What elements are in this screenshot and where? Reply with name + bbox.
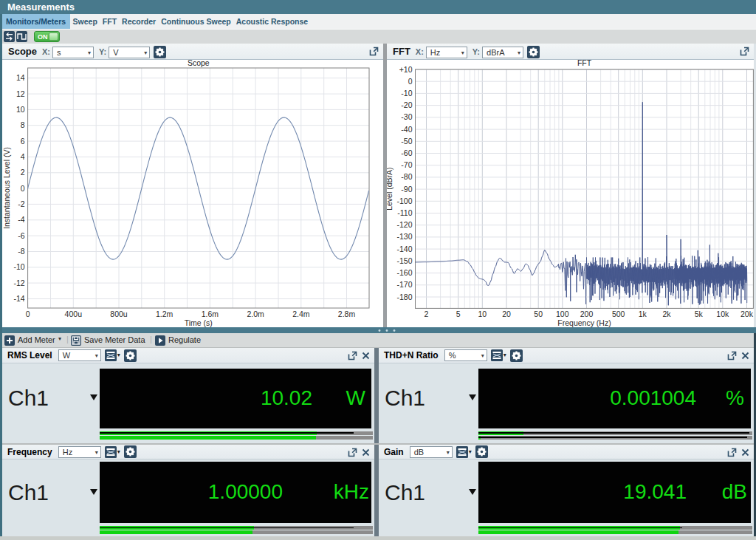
svg-text:-150: -150	[396, 256, 412, 265]
svg-text:Level (dBrA): Level (dBrA)	[387, 168, 394, 211]
svg-text:-170: -170	[396, 280, 412, 289]
svg-text:14: 14	[16, 73, 25, 82]
svg-text:2.0m: 2.0m	[247, 310, 264, 318]
svg-text:1.2m: 1.2m	[156, 310, 173, 318]
svg-text:1k: 1k	[639, 310, 647, 318]
svg-text:-60: -60	[401, 148, 412, 157]
svg-text:-10: -10	[13, 262, 24, 271]
svg-text:800u: 800u	[110, 310, 128, 318]
svg-text:10: 10	[478, 310, 487, 318]
svg-text:500: 500	[612, 310, 625, 318]
svg-text:2.4m: 2.4m	[292, 310, 310, 318]
svg-text:100: 100	[556, 310, 569, 318]
svg-text:FFT: FFT	[577, 60, 592, 67]
svg-text:10: 10	[16, 105, 25, 114]
svg-text:-110: -110	[397, 208, 412, 217]
svg-text:0: 0	[408, 77, 413, 86]
svg-text:-6: -6	[18, 231, 24, 240]
svg-text:400u: 400u	[65, 310, 83, 318]
svg-text:Frequency (Hz): Frequency (Hz)	[557, 318, 611, 327]
svg-text:-8: -8	[18, 247, 24, 256]
svg-text:8: 8	[21, 120, 25, 129]
svg-text:10k: 10k	[716, 310, 729, 318]
svg-text:-90: -90	[401, 185, 412, 194]
svg-text:-30: -30	[401, 112, 412, 121]
svg-text:0: 0	[21, 184, 25, 193]
svg-text:50: 50	[534, 310, 543, 318]
svg-text:2.8m: 2.8m	[338, 310, 356, 318]
svg-text:-180: -180	[396, 293, 412, 301]
svg-text:5k: 5k	[695, 310, 704, 318]
svg-text:Scope: Scope	[188, 60, 210, 67]
svg-text:-160: -160	[396, 268, 412, 277]
svg-text:5: 5	[456, 310, 461, 318]
svg-text:-120: -120	[396, 220, 412, 229]
svg-text:2: 2	[21, 168, 25, 177]
svg-text:-50: -50	[401, 137, 412, 146]
svg-text:4: 4	[21, 152, 25, 161]
svg-text:-70: -70	[401, 160, 412, 169]
svg-text:-140: -140	[396, 245, 412, 253]
svg-text:12: 12	[16, 89, 25, 98]
svg-text:-12: -12	[13, 278, 24, 287]
svg-text:6: 6	[21, 137, 25, 146]
svg-text:2k: 2k	[662, 310, 671, 318]
svg-text:0: 0	[26, 310, 30, 318]
svg-text:-130: -130	[396, 232, 412, 241]
svg-text:-100: -100	[396, 196, 412, 205]
svg-text:1.6m: 1.6m	[202, 310, 219, 318]
svg-text:Time (s): Time (s)	[185, 318, 213, 327]
svg-text:Instantaneous Level (V): Instantaneous Level (V)	[2, 147, 11, 229]
svg-text:-2: -2	[18, 199, 24, 208]
svg-text:-14: -14	[13, 294, 24, 303]
svg-text:-20: -20	[401, 100, 412, 109]
svg-text:2: 2	[425, 310, 429, 318]
svg-text:-80: -80	[401, 172, 412, 181]
svg-text:200: 200	[580, 310, 594, 318]
svg-text:-10: -10	[401, 89, 412, 98]
svg-text:+10: +10	[399, 65, 413, 74]
svg-text:20k: 20k	[740, 310, 754, 318]
svg-text:-40: -40	[401, 125, 412, 134]
svg-text:20: 20	[502, 310, 511, 318]
svg-text:-4: -4	[18, 215, 24, 224]
